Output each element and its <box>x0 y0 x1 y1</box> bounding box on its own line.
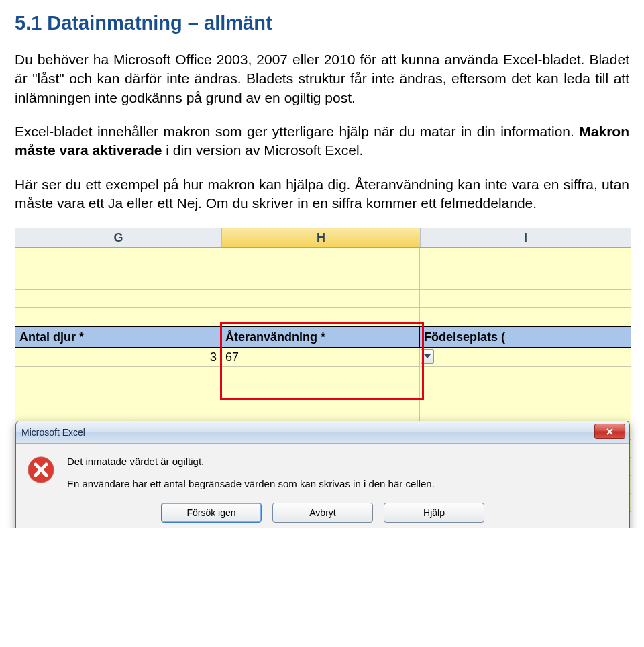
help-button[interactable]: Hjälp <box>384 503 484 523</box>
cancel-button[interactable]: Avbryt <box>272 503 373 523</box>
dialog-titlebar[interactable]: Microsoft Excel <box>16 421 629 444</box>
header-ateranvandning[interactable]: Återanvändning * <box>221 327 420 347</box>
cell-empty[interactable] <box>420 403 631 421</box>
cell-value: 67 <box>225 350 239 364</box>
retry-button[interactable]: Försök igen <box>161 503 262 523</box>
column-header-i[interactable]: I <box>421 228 631 247</box>
table-header-row: Antal djur * Återanvändning * Födelsepla… <box>15 326 631 348</box>
cell-empty[interactable] <box>420 308 631 326</box>
cell-empty[interactable] <box>15 248 221 289</box>
dialog-text: Det inmatade värdet är ogiltigt. En anvä… <box>67 456 619 489</box>
cell-fodelseplats[interactable] <box>420 348 631 366</box>
cell-empty[interactable] <box>221 385 420 403</box>
cell-empty[interactable] <box>15 385 221 403</box>
dialog-body: Det inmatade värdet är ogiltigt. En anvä… <box>16 444 629 497</box>
cell-empty[interactable] <box>15 367 221 385</box>
paragraph-2a: Excel-bladet innehåller makron som ger y… <box>15 123 579 139</box>
cell-empty[interactable] <box>420 367 631 385</box>
column-header-h[interactable]: H <box>222 228 421 247</box>
excel-screenshot: G H I Antal djur * <box>15 228 631 516</box>
dialog-message-1: Det inmatade värdet är ogiltigt. <box>67 456 619 467</box>
header-antal-djur[interactable]: Antal djur * <box>15 327 221 347</box>
cell-empty[interactable] <box>221 308 420 326</box>
cell-empty[interactable] <box>420 385 631 403</box>
cell-empty[interactable] <box>15 403 221 421</box>
paragraph-1: Du behöver ha Microsoft Office 2003, 200… <box>15 50 629 107</box>
cell-empty[interactable] <box>221 403 420 421</box>
cancel-label: Avbryt <box>309 507 335 518</box>
data-row-1: 3 67 <box>15 348 631 367</box>
dialog-message-2: En användare har ett antal begränsade vä… <box>67 478 619 489</box>
cell-empty[interactable] <box>420 248 631 289</box>
cell-empty[interactable] <box>15 308 221 326</box>
dialog-button-row: Försök igen Avbryt Hjälp <box>16 497 629 528</box>
cell-empty[interactable] <box>15 290 221 307</box>
close-icon <box>606 428 614 436</box>
paragraph-3: Här ser du ett exempel på hur makron kan… <box>15 175 629 213</box>
cell-empty[interactable] <box>221 248 420 289</box>
help-rest: jälp <box>430 507 445 518</box>
paragraph-2: Excel-bladet innehåller makron som ger y… <box>15 122 629 160</box>
error-icon <box>27 456 55 484</box>
cell-empty[interactable] <box>221 367 420 385</box>
retry-mnemonic: F <box>186 507 193 518</box>
header-fodelseplats[interactable]: Födelseplats ( <box>420 327 631 347</box>
paragraph-2b: i din version av Microsoft Excel. <box>162 142 364 158</box>
help-mnemonic: H <box>423 507 430 518</box>
cell-ateranvandning[interactable]: 67 <box>221 348 420 366</box>
cell-antal-djur[interactable]: 3 <box>15 348 221 366</box>
error-dialog: Microsoft Excel <box>15 421 630 528</box>
retry-rest: örsök igen <box>193 507 236 518</box>
close-button[interactable] <box>594 424 625 439</box>
dialog-title: Microsoft Excel <box>21 427 85 438</box>
column-header-row: G H I <box>15 228 631 248</box>
cell-empty[interactable] <box>420 290 631 307</box>
cell-empty[interactable] <box>221 290 420 307</box>
section-heading: 5.1 Datainmatning – allmänt <box>15 12 629 34</box>
column-header-g[interactable]: G <box>15 228 222 247</box>
